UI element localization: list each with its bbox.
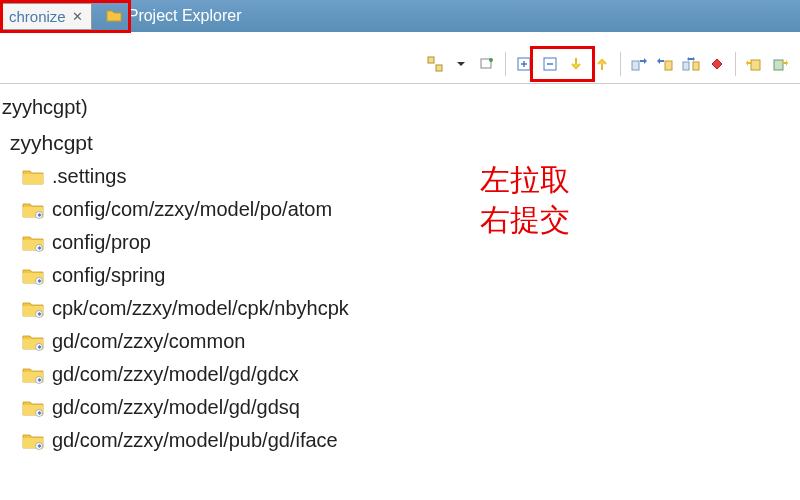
tree-item-label: .settings xyxy=(52,165,126,188)
tab-bar: chronize ✕ Project Explorer xyxy=(0,0,800,32)
down-arrow-button[interactable] xyxy=(564,52,588,76)
annotation-commit: 右提交 xyxy=(480,200,570,241)
folder-icon xyxy=(22,168,44,186)
close-icon[interactable]: ✕ xyxy=(72,9,83,24)
pin-button[interactable] xyxy=(475,52,499,76)
svg-rect-7 xyxy=(665,61,672,70)
sync-folder-icon xyxy=(22,300,44,318)
tree-item[interactable]: gd/com/zzxy/common xyxy=(0,326,800,357)
toolbar-separator xyxy=(735,52,736,76)
annotation-pull: 左拉取 xyxy=(480,160,570,201)
tree-item[interactable]: gd/com/zzxy/model/pub/gd/iface xyxy=(0,425,800,456)
tab-label: Project Explorer xyxy=(128,7,242,25)
tree-item-label: config/com/zzxy/model/po/atom xyxy=(52,198,332,221)
sync-folder-icon xyxy=(22,399,44,417)
tree-project-label: zyyhcgpt xyxy=(10,131,93,155)
sync-folder-icon xyxy=(22,201,44,219)
commit-button[interactable] xyxy=(768,52,792,76)
push-outgoing-button[interactable] xyxy=(653,52,677,76)
update-button[interactable] xyxy=(742,52,766,76)
folder-icon xyxy=(106,8,122,24)
sync-folder-icon xyxy=(22,366,44,384)
toolbar-separator xyxy=(620,52,621,76)
svg-rect-0 xyxy=(428,57,434,63)
tree-project[interactable]: zyyhcgpt xyxy=(0,127,800,159)
tree-item-label: gd/com/zzxy/model/gd/gdsq xyxy=(52,396,300,419)
tree-item[interactable]: cpk/com/zzxy/model/cpk/nbyhcpk xyxy=(0,293,800,324)
sync-tree: zyyhcgpt) zyyhcgpt .settingsconfig/com/z… xyxy=(0,84,800,456)
tab-label: chronize xyxy=(9,8,66,25)
tree-item-label: config/prop xyxy=(52,231,151,254)
expand-button[interactable] xyxy=(512,52,536,76)
pull-incoming-button[interactable] xyxy=(627,52,651,76)
toolbar xyxy=(0,44,800,84)
tree-root[interactable]: zyyhcgpt) xyxy=(0,92,800,123)
tree-item-label: config/spring xyxy=(52,264,165,287)
tree-item-label: gd/com/zzxy/common xyxy=(52,330,245,353)
tree-item-label: cpk/com/zzxy/model/cpk/nbyhcpk xyxy=(52,297,349,320)
sync-folder-icon xyxy=(22,333,44,351)
tree-item[interactable]: config/spring xyxy=(0,260,800,291)
tab-project-explorer[interactable]: Project Explorer xyxy=(96,3,252,29)
toolbar-separator xyxy=(505,52,506,76)
sync-folder-icon xyxy=(22,267,44,285)
tree-root-label: zyyhcgpt) xyxy=(2,96,88,119)
synchronize-button[interactable] xyxy=(423,52,447,76)
tree-item[interactable]: config/com/zzxy/model/po/atom xyxy=(0,194,800,225)
conflicts-button[interactable] xyxy=(705,52,729,76)
svg-rect-6 xyxy=(632,61,639,70)
svg-rect-1 xyxy=(436,65,442,71)
tree-item-label: gd/com/zzxy/model/pub/gd/iface xyxy=(52,429,338,452)
svg-point-3 xyxy=(489,58,493,62)
svg-rect-8 xyxy=(683,62,689,70)
tree-item[interactable]: config/prop xyxy=(0,227,800,258)
dropdown-button[interactable] xyxy=(449,52,473,76)
tab-synchronize[interactable]: chronize ✕ xyxy=(0,3,92,30)
svg-rect-10 xyxy=(751,60,760,70)
tree-item[interactable]: gd/com/zzxy/model/gd/gdcx xyxy=(0,359,800,390)
tree-item[interactable]: gd/com/zzxy/model/gd/gdsq xyxy=(0,392,800,423)
collapse-button[interactable] xyxy=(538,52,562,76)
incoming-outgoing-button[interactable] xyxy=(679,52,703,76)
tree-item[interactable]: .settings xyxy=(0,161,800,192)
svg-rect-11 xyxy=(774,60,783,70)
sync-folder-icon xyxy=(22,432,44,450)
sync-folder-icon xyxy=(22,234,44,252)
svg-rect-9 xyxy=(693,62,699,70)
tree-item-label: gd/com/zzxy/model/gd/gdcx xyxy=(52,363,299,386)
up-arrow-button[interactable] xyxy=(590,52,614,76)
